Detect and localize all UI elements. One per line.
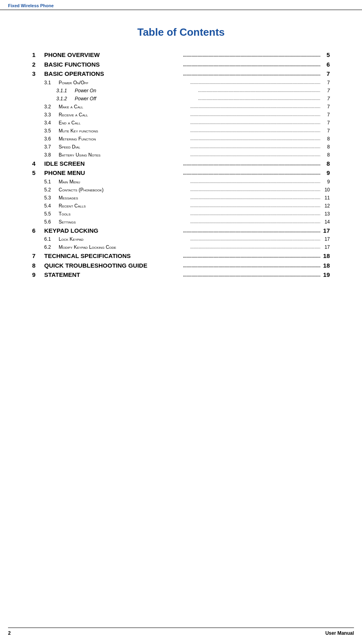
- toc-entry-page: 7: [322, 87, 330, 94]
- toc-entry-dots: [190, 178, 321, 185]
- toc-entry-page: 8: [322, 151, 330, 158]
- toc-entry-number: 2: [32, 60, 44, 69]
- toc-entry-label: Contacts (Phonebook): [59, 186, 189, 193]
- toc-entry-number: 3.5: [44, 127, 59, 134]
- footer-page-number: 2: [8, 630, 11, 636]
- toc-entry-page: 18: [322, 252, 330, 261]
- toc-entry-number: 3.2: [44, 103, 59, 110]
- toc-entry-number: 3.4: [44, 119, 59, 126]
- toc-entry-label: Settings: [59, 218, 189, 226]
- toc-entry-label: Lock Keypad: [59, 236, 189, 243]
- document-title: Fixed Wireless Phone: [8, 3, 54, 8]
- toc-entry-page: 7: [322, 111, 330, 118]
- toc-container: 1PHONE OVERVIEW52BASIC FUNCTIONS63BASIC …: [32, 51, 330, 280]
- toc-entry-dots: [198, 87, 321, 94]
- toc-entry-dots: [198, 95, 321, 102]
- toc-entry-number: 5.4: [44, 202, 59, 209]
- toc-entry-number: 5: [32, 169, 44, 178]
- toc-entry-page: 13: [322, 210, 330, 217]
- toc-entry-label: Speed Dial: [59, 143, 189, 150]
- toc-entry-dots: [183, 251, 321, 260]
- toc-entry-number: 3.3: [44, 111, 59, 118]
- toc-entry: 8QUICK TROUBLESHOOTING GUIDE18: [32, 261, 330, 270]
- toc-entry: 5PHONE MENU9: [32, 169, 330, 178]
- toc-entry-dots: [183, 261, 321, 270]
- toc-entry-number: 3.1.1: [56, 87, 75, 94]
- toc-entry-number: 6: [32, 226, 44, 236]
- toc-entry-number: 3.8: [44, 151, 59, 158]
- toc-entry-label: Messages: [59, 194, 189, 201]
- toc-entry-page: 7: [322, 95, 330, 102]
- toc-entry-number: 3.1: [44, 79, 59, 86]
- toc-entry-label: STATEMENT: [44, 270, 182, 280]
- toc-entry-number: 5.2: [44, 186, 59, 193]
- toc-entry-number: 7: [32, 252, 44, 261]
- toc-entry-number: 5.1: [44, 178, 59, 185]
- toc-entry-label: Power On/Off: [59, 79, 189, 86]
- toc-entry-dots: [190, 111, 321, 118]
- toc-entry-dots: [190, 135, 321, 142]
- page-header: Fixed Wireless Phone: [0, 0, 362, 10]
- toc-entry: 3BASIC OPERATIONS7: [32, 69, 330, 79]
- toc-entry: 3.1.1Power On7: [56, 87, 330, 94]
- toc-entry-label: BASIC OPERATIONS: [44, 69, 182, 79]
- toc-entry: 3.8Battery Using Notes8: [44, 151, 330, 158]
- toc-entry-label: Modify Keypad Locking Code: [59, 244, 189, 251]
- toc-entry-dots: [190, 235, 321, 242]
- toc-entry-label: QUICK TROUBLESHOOTING GUIDE: [44, 261, 182, 270]
- toc-entry: 5.2Contacts (Phonebook)10: [44, 186, 330, 193]
- toc-entry: 7TECHNICAL SPECIFICATIONS18: [32, 252, 330, 261]
- toc-entry-label: TECHNICAL SPECIFICATIONS: [44, 252, 182, 261]
- toc-entry: 5.6Settings14: [44, 218, 330, 226]
- toc-entry-dots: [190, 210, 321, 217]
- toc-entry-label: Make a Call: [59, 103, 189, 110]
- toc-entry-number: 6.1: [44, 236, 59, 243]
- page-footer: 2 User Manual: [8, 628, 354, 636]
- toc-entry-dots: [190, 202, 321, 209]
- toc-entry-label: Receive a Call: [59, 111, 189, 118]
- toc-entry-label: Mute Key functions: [59, 127, 189, 134]
- toc-entry-number: 9: [32, 270, 44, 280]
- toc-entry-page: 7: [322, 103, 330, 110]
- toc-entry: 4IDLE SCREEN8: [32, 159, 330, 169]
- toc-entry-page: 14: [322, 218, 330, 226]
- toc-entry-number: 1: [32, 51, 44, 60]
- toc-entry-dots: [190, 103, 321, 110]
- toc-entry-label: Recent Calls: [59, 202, 189, 209]
- toc-entry-label: PHONE MENU: [44, 169, 182, 178]
- toc-entry: 3.6Metering Function8: [44, 135, 330, 142]
- toc-entry: 5.1Main Menu9: [44, 178, 330, 185]
- toc-entry-page: 7: [322, 119, 330, 126]
- toc-entry: 3.1Power On/Off7: [44, 79, 330, 86]
- toc-entry-page: 9: [322, 169, 330, 178]
- toc-entry-dots: [190, 143, 321, 150]
- toc-entry-number: 3.6: [44, 135, 59, 142]
- toc-entry-page: 7: [322, 127, 330, 134]
- toc-entry-dots: [183, 226, 321, 235]
- toc-entry-dots: [190, 186, 321, 193]
- toc-entry: 6.2Modify Keypad Locking Code17: [44, 244, 330, 251]
- toc-entry-number: 6.2: [44, 244, 59, 251]
- toc-entry-number: 5.3: [44, 194, 59, 201]
- toc-entry: 5.5Tools13: [44, 210, 330, 217]
- toc-entry-label: Metering Function: [59, 135, 189, 142]
- toc-entry: 6.1Lock Keypad17: [44, 236, 330, 243]
- toc-entry-label: Power On: [75, 87, 197, 94]
- toc-entry-dots: [190, 119, 321, 126]
- toc-entry-number: 3.1.2: [56, 95, 75, 102]
- toc-entry-label: End a Call: [59, 119, 189, 126]
- toc-entry-label: Power Off: [75, 95, 197, 102]
- toc-entry: 1PHONE OVERVIEW5: [32, 51, 330, 60]
- toc-entry: 3.2Make a Call7: [44, 103, 330, 110]
- toc-entry-page: 8: [322, 135, 330, 142]
- toc-entry-dots: [183, 168, 321, 177]
- toc-entry-label: IDLE SCREEN: [44, 159, 182, 169]
- toc-entry-number: 5.6: [44, 218, 59, 226]
- toc-entry-dots: [190, 218, 321, 225]
- toc-entry-dots: [190, 151, 321, 158]
- toc-entry-page: 17: [322, 244, 330, 251]
- toc-entry-page: 11: [322, 194, 330, 201]
- toc-entry-page: 8: [322, 143, 330, 150]
- toc-entry: 3.1.2Power Off7: [56, 95, 330, 102]
- toc-entry: 3.4End a Call7: [44, 119, 330, 126]
